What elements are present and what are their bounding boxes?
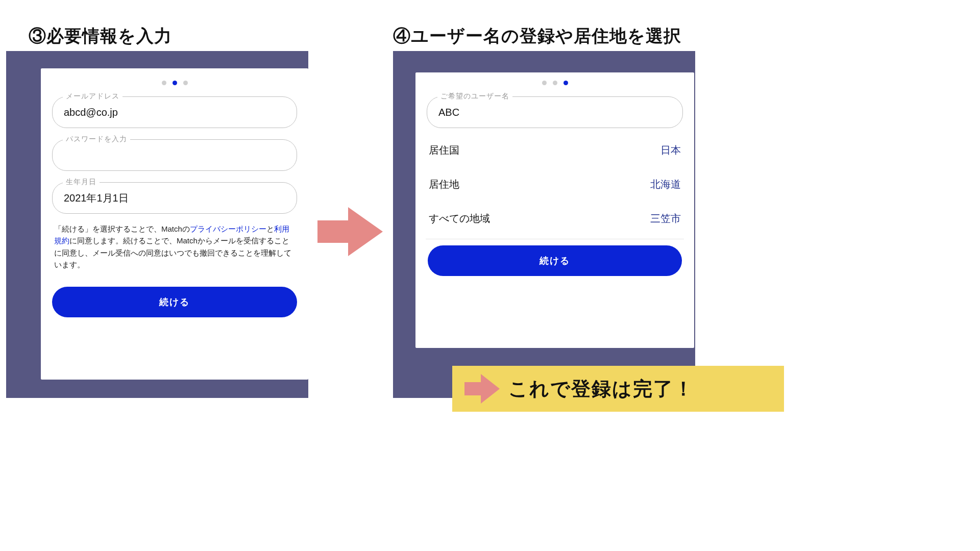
completion-banner: これで登録は完了！ [452,366,784,412]
consent-part: と [266,224,274,233]
password-label: パスワードを入力 [63,135,130,144]
phone-frame-step3: メールアドレス abcd@co.jp パスワードを入力 生年月日 2021年1月… [6,51,308,398]
birthdate-value: 2021年1月1日 [64,191,285,205]
arrow-right-icon [464,373,500,404]
step4-heading: ④ユーザー名の登録や居住地を選択 [393,24,681,48]
row-value: 三笠市 [650,212,681,226]
svg-marker-1 [464,374,500,404]
row-label: すべての地域 [429,212,490,226]
dot-icon [564,81,568,85]
email-label: メールアドレス [63,92,122,101]
region-row[interactable]: 居住地 北海道 [415,167,694,202]
dot-icon [173,81,177,85]
password-field[interactable]: パスワードを入力 [52,139,297,171]
email-value: abcd@co.jp [64,107,285,118]
row-label: 居住地 [429,178,459,191]
username-label: ご希望のユーザー名 [437,92,512,101]
birthdate-label: 生年月日 [63,178,100,187]
progress-dots [415,81,694,85]
username-value: ABC [438,107,671,118]
row-value: 日本 [660,143,681,157]
svg-marker-0 [317,207,383,256]
consent-part: に同意します。続けることで、Matchからメールを受信することに同意し、メール受… [54,236,291,269]
username-field[interactable]: ご希望のユーザー名 ABC [427,96,683,128]
email-field[interactable]: メールアドレス abcd@co.jp [52,96,297,128]
arrow-right-icon [317,206,384,257]
consent-part: 「続ける」を選択することで、Matchの [54,224,190,233]
location-rows: 居住国 日本 居住地 北海道 すべての地域 三笠市 [415,133,694,236]
dot-icon [162,81,166,85]
row-label: 居住国 [429,143,459,157]
step3-heading: ③必要情報を入力 [29,24,172,48]
country-row[interactable]: 居住国 日本 [415,133,694,167]
dot-icon [183,81,188,85]
phone-frame-step4: ご希望のユーザー名 ABC 居住国 日本 居住地 北海道 すべての地域 三笠市 … [393,51,695,398]
dot-icon [553,81,557,85]
row-value: 北海道 [650,178,681,191]
completion-text: これで登録は完了！ [508,376,694,402]
continue-button[interactable]: 続ける [428,245,682,276]
consent-text: 「続ける」を選択することで、Matchのプライバシーポリシーと利用規約に同意しま… [54,223,295,270]
privacy-policy-link[interactable]: プライバシーポリシー [190,224,266,233]
birthdate-field[interactable]: 生年月日 2021年1月1日 [52,182,297,214]
form-card-step3: メールアドレス abcd@co.jp パスワードを入力 生年月日 2021年1月… [41,68,308,380]
area-row[interactable]: すべての地域 三笠市 [415,202,694,236]
form-card-step4: ご希望のユーザー名 ABC 居住国 日本 居住地 北海道 すべての地域 三笠市 … [415,72,694,348]
dot-icon [542,81,547,85]
progress-dots [52,81,297,85]
continue-button[interactable]: 続ける [52,287,297,317]
